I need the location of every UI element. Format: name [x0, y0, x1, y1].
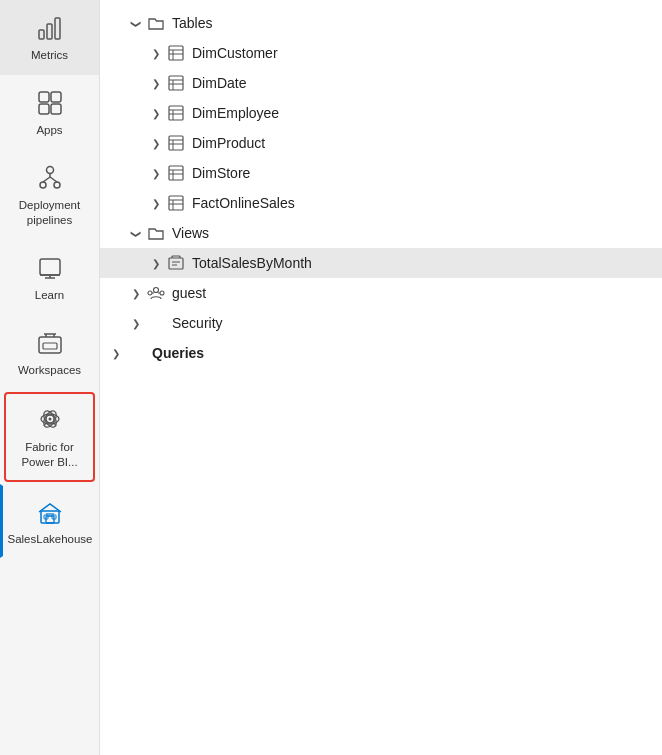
svg-point-12 [54, 182, 60, 188]
sidebar-item-learn[interactable]: Learn [0, 240, 99, 315]
svg-point-62 [148, 291, 152, 295]
table-icon-5 [166, 163, 186, 183]
svg-rect-0 [39, 30, 44, 39]
svg-point-23 [48, 417, 51, 420]
tree-node-dim-customer[interactable]: DimCustomer [100, 38, 662, 68]
sidebar: Metrics Apps Deployment pipelines [0, 0, 100, 755]
security-spacer [146, 313, 166, 333]
svg-rect-1 [47, 24, 52, 39]
svg-rect-54 [169, 196, 183, 210]
chevron-fact-online-sales [148, 195, 164, 211]
svg-point-63 [160, 291, 164, 295]
sidebar-item-learn-label: Learn [35, 288, 64, 303]
chevron-queries [108, 345, 124, 361]
tree-panel: Tables DimCustomer DimDate DimEmployee D… [100, 0, 662, 755]
deployment-icon [34, 162, 66, 194]
dim-product-label: DimProduct [192, 135, 265, 151]
chevron-dim-customer [148, 45, 164, 61]
tree-node-dim-employee[interactable]: DimEmployee [100, 98, 662, 128]
sidebar-item-workspaces-label: Workspaces [18, 363, 81, 378]
sidebar-item-apps-label: Apps [36, 123, 62, 138]
sidebar-item-fabric-label: Fabric for Power BI... [10, 440, 89, 470]
svg-point-7 [46, 166, 53, 173]
folder-views-icon [146, 223, 166, 243]
queries-label: Queries [152, 345, 204, 361]
table-icon-6 [166, 193, 186, 213]
svg-rect-46 [169, 136, 183, 150]
sidebar-item-metrics-label: Metrics [31, 48, 68, 63]
total-sales-by-month-label: TotalSalesByMonth [192, 255, 312, 271]
sidebar-item-fabric-power-bi[interactable]: Fabric for Power BI... [4, 392, 95, 482]
table-icon [166, 43, 186, 63]
metrics-icon [34, 12, 66, 44]
tree-node-total-sales-by-month[interactable]: TotalSalesByMonth [100, 248, 662, 278]
svg-rect-13 [40, 259, 60, 275]
svg-rect-18 [43, 343, 57, 349]
sidebar-item-sales-lakehouse-label: SalesLakehouse [7, 532, 92, 547]
guest-label: guest [172, 285, 206, 301]
chevron-guest [128, 285, 144, 301]
sidebar-item-metrics[interactable]: Metrics [0, 0, 99, 75]
sidebar-item-deployment[interactable]: Deployment pipelines [0, 150, 99, 240]
queries-spacer [126, 343, 146, 363]
view-icon [166, 253, 186, 273]
svg-line-9 [43, 177, 50, 182]
schema-icon [146, 283, 166, 303]
table-icon-2 [166, 73, 186, 93]
svg-rect-3 [39, 92, 49, 102]
sidebar-item-workspaces[interactable]: Workspaces [0, 315, 99, 390]
chevron-total-sales [148, 255, 164, 271]
learn-icon [34, 252, 66, 284]
lakehouse-icon [34, 496, 66, 528]
fabric-icon [34, 404, 66, 436]
svg-rect-2 [55, 18, 60, 39]
svg-rect-58 [169, 258, 183, 269]
svg-point-11 [40, 182, 46, 188]
chevron-dim-employee [148, 105, 164, 121]
dim-date-label: DimDate [192, 75, 246, 91]
chevron-tables [128, 15, 144, 31]
table-icon-4 [166, 133, 186, 153]
views-label: Views [172, 225, 209, 241]
security-label: Security [172, 315, 223, 331]
dim-store-label: DimStore [192, 165, 250, 181]
dim-employee-label: DimEmployee [192, 105, 279, 121]
tree-node-security[interactable]: Security [100, 308, 662, 338]
tree-node-fact-online-sales[interactable]: FactOnlineSales [100, 188, 662, 218]
apps-icon [34, 87, 66, 119]
svg-point-61 [154, 288, 159, 293]
tree-node-views[interactable]: Views [100, 218, 662, 248]
tree-node-dim-date[interactable]: DimDate [100, 68, 662, 98]
svg-rect-5 [39, 104, 49, 114]
tree-node-queries[interactable]: Queries [100, 338, 662, 368]
svg-rect-6 [51, 104, 61, 114]
tables-label: Tables [172, 15, 212, 31]
sidebar-item-deployment-label: Deployment pipelines [6, 198, 93, 228]
tree-node-dim-store[interactable]: DimStore [100, 158, 662, 188]
tree-node-tables[interactable]: Tables [100, 8, 662, 38]
chevron-views [128, 225, 144, 241]
sidebar-item-sales-lakehouse[interactable]: SalesLakehouse [0, 484, 99, 559]
sidebar-item-apps[interactable]: Apps [0, 75, 99, 150]
chevron-dim-product [148, 135, 164, 151]
dim-customer-label: DimCustomer [192, 45, 278, 61]
chevron-dim-date [148, 75, 164, 91]
svg-rect-50 [169, 166, 183, 180]
workspaces-icon [34, 327, 66, 359]
chevron-dim-store [148, 165, 164, 181]
svg-line-10 [50, 177, 57, 182]
svg-rect-42 [169, 106, 183, 120]
svg-rect-17 [39, 337, 61, 353]
svg-rect-4 [51, 92, 61, 102]
tree-node-dim-product[interactable]: DimProduct [100, 128, 662, 158]
tree-node-guest[interactable]: guest [100, 278, 662, 308]
chevron-security [128, 315, 144, 331]
svg-rect-34 [169, 46, 183, 60]
fact-online-sales-label: FactOnlineSales [192, 195, 295, 211]
folder-icon [146, 13, 166, 33]
table-icon-3 [166, 103, 186, 123]
svg-rect-38 [169, 76, 183, 90]
